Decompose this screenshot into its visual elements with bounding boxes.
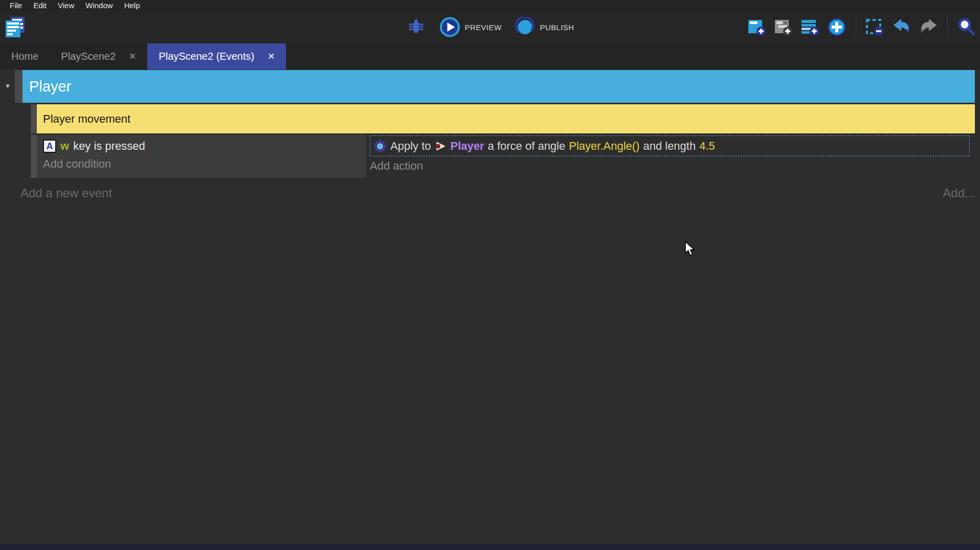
tab-playscene2-events[interactable]: PlayScene2 (Events) ✕: [147, 43, 286, 70]
menu-edit[interactable]: Edit: [28, 0, 52, 11]
search-icon[interactable]: [956, 17, 977, 37]
action-value: 4.5: [699, 140, 715, 153]
mouse-cursor: [684, 241, 697, 257]
comment-row: Player movement: [0, 104, 980, 133]
action-prefix: Apply to: [390, 140, 431, 153]
add-new-event-button[interactable]: Add a new event: [20, 186, 112, 200]
action-expression: Player.Angle(): [569, 140, 639, 153]
comment-block[interactable]: Player movement: [37, 104, 975, 133]
player-object-icon: [435, 140, 447, 152]
chevron-down-icon[interactable]: ▾: [3, 81, 12, 90]
preview-label: PREVIEW: [465, 23, 502, 32]
menu-view[interactable]: View: [52, 0, 80, 11]
play-circle-icon: [440, 17, 460, 37]
add-condition-button[interactable]: Add condition: [43, 157, 367, 171]
condition-text: key is pressed: [73, 140, 145, 153]
choose-add-icon[interactable]: [827, 17, 847, 37]
comment-drag-handle[interactable]: [31, 104, 37, 133]
tab-label: Home: [11, 51, 38, 62]
add-action-button[interactable]: Add action: [370, 159, 423, 173]
toolbar: PREVIEW PUBLISH: [0, 11, 980, 43]
publish-globe-icon: [515, 17, 535, 37]
remove-selection-icon[interactable]: [865, 17, 885, 37]
event-group-row: ▾ Player: [0, 70, 980, 103]
menu-window[interactable]: Window: [80, 0, 118, 11]
group-drag-handle[interactable]: [15, 70, 23, 103]
debug-bug-icon[interactable]: [406, 17, 427, 37]
menu-file[interactable]: File: [4, 0, 28, 11]
redo-icon[interactable]: [918, 17, 939, 37]
add-comment-icon[interactable]: [800, 17, 820, 37]
gdevelop-logo-icon[interactable]: [4, 16, 27, 38]
add-more-button[interactable]: Add...: [943, 186, 975, 200]
action-text: a force of angle: [488, 140, 566, 153]
action-apply-force[interactable]: Apply to Player a force of angle Player.…: [370, 135, 970, 156]
tab-label: PlayScene2: [61, 51, 116, 62]
add-event-row: Add a new event Add...: [0, 185, 980, 203]
events-sheet: ▾ Player Player movement A w key is pres…: [0, 70, 980, 550]
menu-bar: File Edit View Window Help: [0, 0, 980, 11]
toolbar-right: [747, 11, 977, 43]
condition-key-value: w: [60, 140, 69, 153]
tab-home[interactable]: Home: [0, 43, 50, 70]
tab-playscene2[interactable]: PlayScene2 ✕: [50, 43, 147, 70]
add-event-icon[interactable]: [747, 17, 767, 37]
toolbar-separator: [947, 17, 948, 37]
conditions-column: A w key is pressed Add condition: [37, 135, 367, 178]
window-bottom-edge: [0, 544, 980, 550]
tab-bar: Home PlayScene2 ✕ PlayScene2 (Events) ✕: [0, 43, 980, 70]
group-title: Player: [29, 78, 71, 95]
add-subevent-icon[interactable]: [773, 17, 794, 37]
close-icon[interactable]: ✕: [129, 51, 136, 62]
publish-label: PUBLISH: [540, 23, 574, 32]
comment-text: Player movement: [43, 112, 130, 126]
event-group-header[interactable]: Player: [23, 70, 975, 103]
close-icon[interactable]: ✕: [268, 51, 275, 62]
action-text: and length: [643, 140, 696, 153]
event-drag-handle[interactable]: [31, 135, 37, 178]
toolbar-center: PREVIEW PUBLISH: [406, 11, 574, 43]
tab-label: PlayScene2 (Events): [159, 51, 254, 62]
menu-help[interactable]: Help: [119, 0, 146, 11]
action-object-name: Player: [451, 140, 484, 153]
preview-button[interactable]: PREVIEW: [440, 17, 502, 37]
condition-key-pressed[interactable]: A w key is pressed: [43, 138, 367, 154]
gdevelop-window: File Edit View Window Help: [0, 0, 980, 550]
event-row: A w key is pressed Add condition: [0, 135, 980, 178]
toolbar-separator: [856, 17, 856, 37]
publish-button[interactable]: PUBLISH: [515, 17, 574, 37]
physics-behavior-icon: [373, 140, 387, 153]
actions-column: Apply to Player a force of angle Player.…: [367, 135, 975, 178]
keyboard-key-icon: A: [43, 140, 56, 153]
undo-icon[interactable]: [892, 17, 912, 37]
